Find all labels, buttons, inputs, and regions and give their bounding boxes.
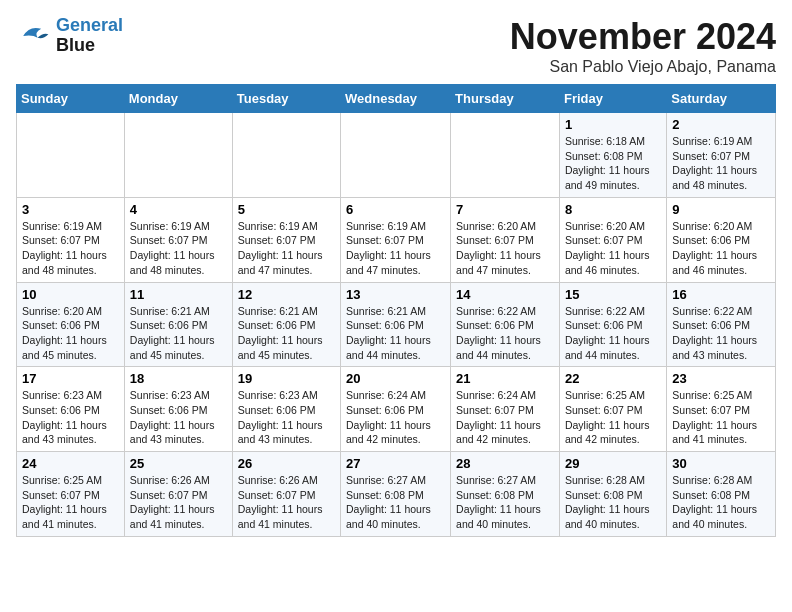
- day-info: Sunrise: 6:24 AM Sunset: 6:06 PM Dayligh…: [346, 388, 445, 447]
- calendar-cell: 9Sunrise: 6:20 AM Sunset: 6:06 PM Daylig…: [667, 197, 776, 282]
- day-header-wednesday: Wednesday: [341, 85, 451, 113]
- day-info: Sunrise: 6:19 AM Sunset: 6:07 PM Dayligh…: [22, 219, 119, 278]
- day-number: 5: [238, 202, 335, 217]
- day-info: Sunrise: 6:22 AM Sunset: 6:06 PM Dayligh…: [672, 304, 770, 363]
- day-number: 28: [456, 456, 554, 471]
- day-number: 8: [565, 202, 661, 217]
- calendar-cell: 14Sunrise: 6:22 AM Sunset: 6:06 PM Dayli…: [451, 282, 560, 367]
- calendar-cell: 27Sunrise: 6:27 AM Sunset: 6:08 PM Dayli…: [341, 452, 451, 537]
- day-number: 24: [22, 456, 119, 471]
- day-header-friday: Friday: [559, 85, 666, 113]
- calendar-cell: 16Sunrise: 6:22 AM Sunset: 6:06 PM Dayli…: [667, 282, 776, 367]
- page-header: General Blue November 2024 San Pablo Vie…: [16, 16, 776, 76]
- day-info: Sunrise: 6:27 AM Sunset: 6:08 PM Dayligh…: [346, 473, 445, 532]
- day-info: Sunrise: 6:25 AM Sunset: 6:07 PM Dayligh…: [672, 388, 770, 447]
- calendar-cell: 17Sunrise: 6:23 AM Sunset: 6:06 PM Dayli…: [17, 367, 125, 452]
- day-number: 22: [565, 371, 661, 386]
- day-info: Sunrise: 6:19 AM Sunset: 6:07 PM Dayligh…: [672, 134, 770, 193]
- day-number: 19: [238, 371, 335, 386]
- day-number: 29: [565, 456, 661, 471]
- calendar-cell: 11Sunrise: 6:21 AM Sunset: 6:06 PM Dayli…: [124, 282, 232, 367]
- day-number: 26: [238, 456, 335, 471]
- day-number: 7: [456, 202, 554, 217]
- calendar-cell: 3Sunrise: 6:19 AM Sunset: 6:07 PM Daylig…: [17, 197, 125, 282]
- day-number: 17: [22, 371, 119, 386]
- logo-text: General Blue: [56, 16, 123, 56]
- calendar-week-3: 10Sunrise: 6:20 AM Sunset: 6:06 PM Dayli…: [17, 282, 776, 367]
- calendar-cell: [451, 113, 560, 198]
- day-info: Sunrise: 6:28 AM Sunset: 6:08 PM Dayligh…: [565, 473, 661, 532]
- day-number: 14: [456, 287, 554, 302]
- calendar-header-row: SundayMondayTuesdayWednesdayThursdayFrid…: [17, 85, 776, 113]
- day-number: 18: [130, 371, 227, 386]
- day-info: Sunrise: 6:20 AM Sunset: 6:06 PM Dayligh…: [22, 304, 119, 363]
- calendar-cell: 26Sunrise: 6:26 AM Sunset: 6:07 PM Dayli…: [232, 452, 340, 537]
- day-number: 13: [346, 287, 445, 302]
- calendar-week-4: 17Sunrise: 6:23 AM Sunset: 6:06 PM Dayli…: [17, 367, 776, 452]
- day-info: Sunrise: 6:21 AM Sunset: 6:06 PM Dayligh…: [238, 304, 335, 363]
- calendar-cell: 20Sunrise: 6:24 AM Sunset: 6:06 PM Dayli…: [341, 367, 451, 452]
- day-info: Sunrise: 6:26 AM Sunset: 6:07 PM Dayligh…: [238, 473, 335, 532]
- day-number: 4: [130, 202, 227, 217]
- day-info: Sunrise: 6:22 AM Sunset: 6:06 PM Dayligh…: [565, 304, 661, 363]
- calendar-cell: [17, 113, 125, 198]
- calendar-week-2: 3Sunrise: 6:19 AM Sunset: 6:07 PM Daylig…: [17, 197, 776, 282]
- day-number: 11: [130, 287, 227, 302]
- day-info: Sunrise: 6:20 AM Sunset: 6:07 PM Dayligh…: [456, 219, 554, 278]
- day-info: Sunrise: 6:26 AM Sunset: 6:07 PM Dayligh…: [130, 473, 227, 532]
- day-header-saturday: Saturday: [667, 85, 776, 113]
- day-number: 10: [22, 287, 119, 302]
- logo: General Blue: [16, 16, 123, 56]
- day-number: 6: [346, 202, 445, 217]
- day-number: 20: [346, 371, 445, 386]
- calendar-cell: 12Sunrise: 6:21 AM Sunset: 6:06 PM Dayli…: [232, 282, 340, 367]
- calendar-cell: 18Sunrise: 6:23 AM Sunset: 6:06 PM Dayli…: [124, 367, 232, 452]
- calendar-cell: 8Sunrise: 6:20 AM Sunset: 6:07 PM Daylig…: [559, 197, 666, 282]
- day-number: 27: [346, 456, 445, 471]
- day-info: Sunrise: 6:23 AM Sunset: 6:06 PM Dayligh…: [130, 388, 227, 447]
- calendar-cell: 1Sunrise: 6:18 AM Sunset: 6:08 PM Daylig…: [559, 113, 666, 198]
- day-info: Sunrise: 6:25 AM Sunset: 6:07 PM Dayligh…: [22, 473, 119, 532]
- day-header-sunday: Sunday: [17, 85, 125, 113]
- calendar-week-5: 24Sunrise: 6:25 AM Sunset: 6:07 PM Dayli…: [17, 452, 776, 537]
- day-info: Sunrise: 6:23 AM Sunset: 6:06 PM Dayligh…: [238, 388, 335, 447]
- location-subtitle: San Pablo Viejo Abajo, Panama: [510, 58, 776, 76]
- calendar-cell: 23Sunrise: 6:25 AM Sunset: 6:07 PM Dayli…: [667, 367, 776, 452]
- day-info: Sunrise: 6:19 AM Sunset: 6:07 PM Dayligh…: [346, 219, 445, 278]
- day-info: Sunrise: 6:20 AM Sunset: 6:07 PM Dayligh…: [565, 219, 661, 278]
- calendar-cell: 21Sunrise: 6:24 AM Sunset: 6:07 PM Dayli…: [451, 367, 560, 452]
- day-info: Sunrise: 6:27 AM Sunset: 6:08 PM Dayligh…: [456, 473, 554, 532]
- day-info: Sunrise: 6:25 AM Sunset: 6:07 PM Dayligh…: [565, 388, 661, 447]
- calendar-cell: 6Sunrise: 6:19 AM Sunset: 6:07 PM Daylig…: [341, 197, 451, 282]
- day-info: Sunrise: 6:22 AM Sunset: 6:06 PM Dayligh…: [456, 304, 554, 363]
- day-info: Sunrise: 6:21 AM Sunset: 6:06 PM Dayligh…: [346, 304, 445, 363]
- day-number: 1: [565, 117, 661, 132]
- calendar-cell: 28Sunrise: 6:27 AM Sunset: 6:08 PM Dayli…: [451, 452, 560, 537]
- day-number: 2: [672, 117, 770, 132]
- day-header-tuesday: Tuesday: [232, 85, 340, 113]
- calendar-cell: 13Sunrise: 6:21 AM Sunset: 6:06 PM Dayli…: [341, 282, 451, 367]
- calendar-cell: 30Sunrise: 6:28 AM Sunset: 6:08 PM Dayli…: [667, 452, 776, 537]
- day-number: 30: [672, 456, 770, 471]
- calendar-week-1: 1Sunrise: 6:18 AM Sunset: 6:08 PM Daylig…: [17, 113, 776, 198]
- calendar-cell: 5Sunrise: 6:19 AM Sunset: 6:07 PM Daylig…: [232, 197, 340, 282]
- day-info: Sunrise: 6:19 AM Sunset: 6:07 PM Dayligh…: [238, 219, 335, 278]
- month-title: November 2024: [510, 16, 776, 58]
- day-header-monday: Monday: [124, 85, 232, 113]
- calendar-cell: 22Sunrise: 6:25 AM Sunset: 6:07 PM Dayli…: [559, 367, 666, 452]
- day-number: 15: [565, 287, 661, 302]
- calendar-cell: 15Sunrise: 6:22 AM Sunset: 6:06 PM Dayli…: [559, 282, 666, 367]
- calendar-cell: [232, 113, 340, 198]
- day-info: Sunrise: 6:21 AM Sunset: 6:06 PM Dayligh…: [130, 304, 227, 363]
- day-number: 21: [456, 371, 554, 386]
- day-info: Sunrise: 6:24 AM Sunset: 6:07 PM Dayligh…: [456, 388, 554, 447]
- day-info: Sunrise: 6:20 AM Sunset: 6:06 PM Dayligh…: [672, 219, 770, 278]
- calendar-cell: 24Sunrise: 6:25 AM Sunset: 6:07 PM Dayli…: [17, 452, 125, 537]
- calendar-cell: [341, 113, 451, 198]
- day-number: 3: [22, 202, 119, 217]
- calendar-cell: 29Sunrise: 6:28 AM Sunset: 6:08 PM Dayli…: [559, 452, 666, 537]
- calendar-cell: 25Sunrise: 6:26 AM Sunset: 6:07 PM Dayli…: [124, 452, 232, 537]
- calendar-cell: 4Sunrise: 6:19 AM Sunset: 6:07 PM Daylig…: [124, 197, 232, 282]
- day-number: 16: [672, 287, 770, 302]
- calendar-cell: 10Sunrise: 6:20 AM Sunset: 6:06 PM Dayli…: [17, 282, 125, 367]
